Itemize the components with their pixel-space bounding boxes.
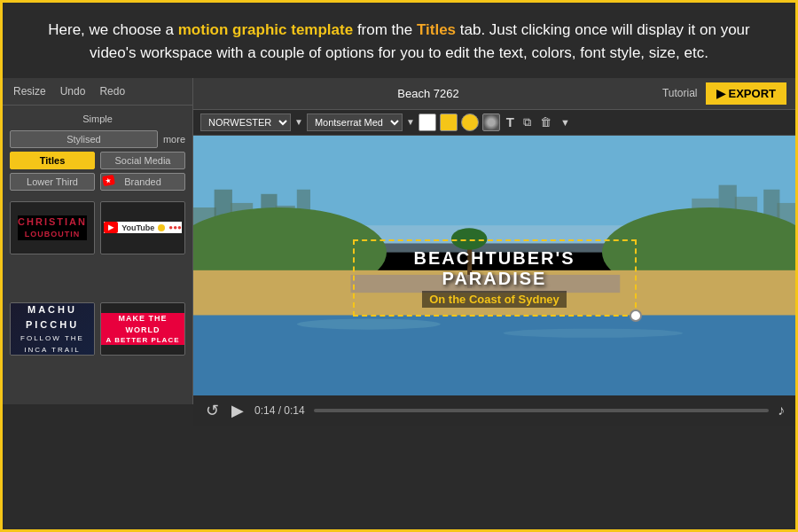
redo-button[interactable]: Redo: [96, 83, 129, 99]
video-area: Beach 7262 Tutorial ▶ EXPORT NORWESTER ▼…: [193, 78, 795, 404]
replay-button[interactable]: ↺: [204, 401, 221, 420]
color-swatch-yellow2[interactable]: [461, 113, 479, 131]
progress-bar[interactable]: [314, 409, 769, 412]
video-sub-title: On the Coast of Sydney: [422, 291, 567, 308]
delete-button[interactable]: 🗑: [537, 114, 554, 129]
stylised-tab[interactable]: Stylised: [10, 130, 158, 148]
svg-point-18: [504, 328, 683, 337]
color-swatch-pattern[interactable]: [482, 113, 500, 131]
duplicate-button[interactable]: ⧉: [520, 114, 534, 130]
highlight-titles: Titles: [417, 21, 456, 38]
svg-point-17: [297, 318, 441, 329]
top-bar: Beach 7262 Tutorial ▶ EXPORT: [193, 78, 795, 110]
font-selector-2[interactable]: Montserrat Med: [307, 113, 403, 131]
font-selector-1[interactable]: NORWESTER: [200, 113, 291, 131]
titles-tab[interactable]: Titles: [10, 152, 95, 169]
editor-area: Resize Undo Redo Simple Stylised more Ti…: [3, 78, 795, 404]
sidebar-tabs: Simple Stylised more Titles Social Media…: [3, 106, 192, 196]
titles-social-row: Titles Social Media: [10, 152, 185, 169]
play-icon: ▶: [716, 87, 725, 100]
highlight-template: motion graphic template: [178, 21, 353, 38]
video-main-title: BEACHTUBER'S PARADISE: [365, 248, 624, 289]
lower-branded-row: Lower Third ★ Branded: [10, 173, 185, 191]
export-label: EXPORT: [729, 87, 776, 100]
branded-tab[interactable]: ★ Branded: [100, 173, 185, 191]
template-item-make-world[interactable]: MAKE THE WORLD A BETTER PLACE: [100, 302, 185, 356]
sidebar: Resize Undo Redo Simple Stylised more Ti…: [3, 78, 193, 404]
project-title: Beach 7262: [202, 87, 654, 100]
time-display: 0:14 / 0:14: [254, 404, 305, 417]
export-button[interactable]: ▶ EXPORT: [706, 82, 786, 105]
social-media-tab[interactable]: Social Media: [100, 152, 185, 169]
text-toolbar: NORWESTER ▼ Montserrat Med ▼ T ⧉ 🗑 ▼: [193, 110, 795, 136]
template-item-christian[interactable]: CHRISTIAN LOUBOUTIN: [10, 201, 95, 254]
template-item-youtube[interactable]: ▶ YouTube ●●●: [100, 201, 185, 254]
play-button[interactable]: ▶: [230, 401, 246, 420]
template-item-machu[interactable]: MACHU PICCHU FOLLOW THE INCA TRAIL: [10, 302, 95, 356]
stylised-row: Stylised more: [10, 130, 185, 148]
font2-dropdown-arrow: ▼: [406, 117, 415, 127]
text-icon-button[interactable]: T: [504, 113, 517, 130]
instruction-text-middle: from the: [353, 21, 417, 38]
simple-row: Simple: [10, 111, 185, 127]
more-options-button[interactable]: ▼: [558, 116, 573, 129]
beach-scene: BEACHTUBER'S PARADISE On the Coast of Sy…: [193, 136, 795, 396]
lower-third-tab[interactable]: Lower Third: [10, 173, 95, 191]
toolbar: Resize Undo Redo: [3, 78, 192, 106]
font-dropdown-arrow: ▼: [294, 117, 303, 127]
instruction-area: Here, we choose a motion graphic templat…: [3, 3, 795, 78]
svg-rect-16: [193, 315, 795, 395]
undo-button[interactable]: Undo: [57, 83, 90, 99]
color-swatch-yellow[interactable]: [440, 113, 458, 131]
tutorial-button[interactable]: Tutorial: [660, 86, 700, 100]
music-icon: ♪: [778, 403, 785, 419]
color-swatch-white[interactable]: [419, 113, 436, 131]
resize-handle[interactable]: [630, 309, 642, 322]
template-grid: CHRISTIAN LOUBOUTIN ▶ YouTube ●●● MACHU …: [3, 196, 192, 404]
video-controls: ↺ ▶ 0:14 / 0:14 ♪: [193, 395, 795, 426]
simple-tab[interactable]: Simple: [10, 111, 185, 127]
video-canvas: BEACHTUBER'S PARADISE On the Coast of Sy…: [193, 136, 795, 396]
resize-button[interactable]: Resize: [10, 83, 50, 99]
instruction-text-before: Here, we choose a: [48, 21, 177, 38]
text-overlay[interactable]: BEACHTUBER'S PARADISE On the Coast of Sy…: [353, 239, 637, 317]
more-button[interactable]: more: [163, 131, 185, 147]
branded-badge: ★: [102, 175, 115, 186]
